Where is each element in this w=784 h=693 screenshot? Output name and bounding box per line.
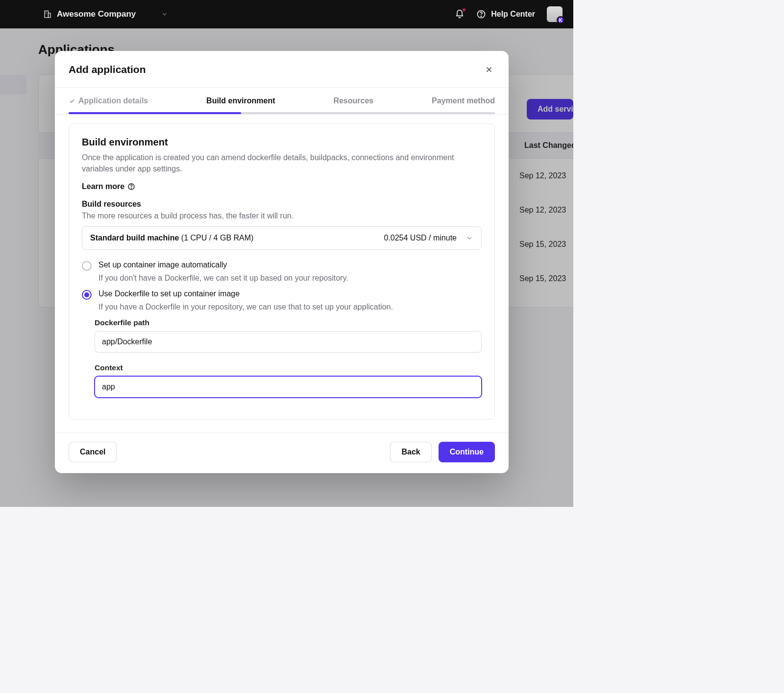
check-icon bbox=[69, 97, 75, 104]
radio-auto-label: Set up container image automatically bbox=[98, 261, 227, 269]
radio-dockerfile-label: Use Dockerfile to set up container image bbox=[98, 289, 240, 298]
user-avatar[interactable]: K bbox=[547, 6, 563, 22]
build-resources-heading: Build resources bbox=[82, 200, 482, 209]
step-resources[interactable]: Resources bbox=[333, 88, 373, 112]
company-name: Awesome Company bbox=[57, 9, 136, 19]
learn-more-label: Learn more bbox=[82, 182, 124, 191]
add-application-modal: Add application Application details Buil… bbox=[55, 51, 509, 473]
svg-point-9 bbox=[131, 188, 132, 189]
close-button[interactable] bbox=[483, 64, 495, 75]
step-label: Build environment bbox=[206, 96, 275, 105]
continue-button[interactable]: Continue bbox=[439, 442, 495, 462]
step-label: Payment method bbox=[432, 96, 495, 105]
machine-name: Standard build machine bbox=[90, 234, 179, 242]
build-machine-select[interactable]: Standard build machine (1 CPU / 4 GB RAM… bbox=[82, 226, 482, 250]
step-label: Application details bbox=[78, 96, 148, 105]
topbar: Awesome Company Help Center K bbox=[0, 0, 573, 28]
step-build-environment[interactable]: Build environment bbox=[206, 88, 275, 112]
step-payment-method[interactable]: Payment method bbox=[432, 88, 495, 112]
topbar-right: Help Center K bbox=[455, 6, 563, 22]
building-icon bbox=[43, 10, 52, 19]
wizard-steps: Application details Build environment Re… bbox=[55, 87, 509, 115]
step-label: Resources bbox=[333, 96, 373, 105]
cancel-button[interactable]: Cancel bbox=[69, 442, 117, 462]
radio-dockerfile[interactable] bbox=[82, 290, 92, 300]
back-button[interactable]: Back bbox=[390, 442, 431, 462]
radio-auto[interactable] bbox=[82, 261, 92, 271]
step-application-details[interactable]: Application details bbox=[69, 88, 148, 112]
option-dockerfile[interactable]: Use Dockerfile to set up container image bbox=[82, 289, 482, 300]
svg-rect-1 bbox=[49, 13, 51, 18]
machine-spec: (1 CPU / 4 GB RAM) bbox=[181, 234, 254, 242]
chevron-down-icon bbox=[161, 11, 168, 18]
notifications-button[interactable] bbox=[455, 9, 465, 19]
context-input[interactable] bbox=[95, 376, 482, 398]
company-selector[interactable]: Awesome Company bbox=[43, 9, 168, 19]
modal-title: Add application bbox=[69, 64, 146, 75]
close-icon bbox=[485, 65, 493, 74]
steps-progress-track bbox=[69, 112, 495, 114]
help-icon bbox=[476, 9, 486, 19]
help-icon bbox=[127, 183, 135, 191]
avatar-badge: K bbox=[557, 16, 564, 24]
dockerfile-path-label: Dockerfile path bbox=[95, 318, 482, 327]
build-resources-desc: The more resources a build process has, … bbox=[82, 212, 482, 220]
notification-dot-icon bbox=[463, 8, 466, 11]
help-center-link[interactable]: Help Center bbox=[476, 9, 535, 19]
modal-header: Add application bbox=[55, 51, 509, 87]
context-label: Context bbox=[95, 363, 482, 372]
panel-description: Once the application is created you can … bbox=[82, 152, 482, 174]
option-auto-container[interactable]: Set up container image automatically bbox=[82, 261, 482, 271]
modal-footer: Cancel Back Continue bbox=[55, 432, 509, 473]
chevron-down-icon bbox=[466, 234, 473, 242]
steps-progress-fill bbox=[69, 112, 241, 114]
svg-point-5 bbox=[481, 16, 482, 17]
radio-dockerfile-desc: If you have a Dockerfile in your reposit… bbox=[98, 303, 482, 311]
panel-heading: Build environment bbox=[82, 137, 482, 148]
build-environment-panel: Build environment Once the application i… bbox=[69, 123, 495, 420]
machine-price: 0.0254 USD / minute bbox=[384, 234, 457, 242]
modal-body: Build environment Once the application i… bbox=[55, 115, 509, 432]
help-center-label: Help Center bbox=[491, 10, 535, 19]
radio-auto-desc: If you don't have a Dockerfile, we can s… bbox=[98, 274, 482, 283]
learn-more-link[interactable]: Learn more bbox=[82, 182, 135, 191]
dockerfile-path-input[interactable] bbox=[95, 331, 482, 353]
